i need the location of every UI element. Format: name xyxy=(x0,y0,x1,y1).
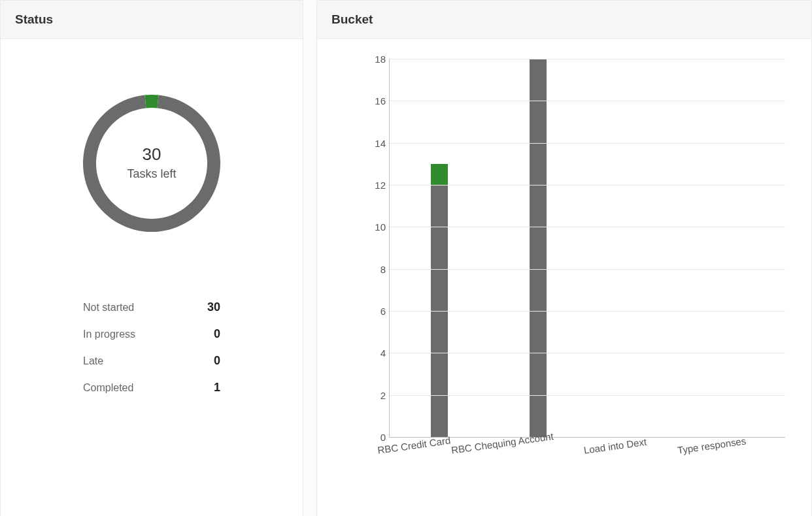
bucket-bar-chart: RBC Credit CardRBC Chequing AccountLoad … xyxy=(343,52,792,483)
status-row-label: Not started xyxy=(83,302,134,314)
status-row-label: In progress xyxy=(83,329,135,340)
x-tick-label: Load into Dext xyxy=(583,436,647,456)
status-row-value: 1 xyxy=(201,381,220,395)
status-row-completed: Completed 1 xyxy=(83,374,220,401)
status-row-late: Late 0 xyxy=(83,347,220,374)
bar-slot: Type responses xyxy=(686,59,785,437)
bar-segment xyxy=(530,59,547,437)
status-row-label: Late xyxy=(83,355,103,367)
status-row-in-progress: In progress 0 xyxy=(83,321,220,347)
bar-slot: Load into Dext xyxy=(588,59,686,437)
status-row-not-started: Not started 30 xyxy=(83,294,220,321)
gridline xyxy=(390,311,785,312)
bar-segment xyxy=(431,164,448,185)
bucket-card: Bucket RBC Credit CardRBC Chequing Accou… xyxy=(316,0,812,516)
gridline xyxy=(390,227,785,227)
y-tick-label: 8 xyxy=(364,263,386,274)
gridline xyxy=(390,353,785,353)
gridline xyxy=(390,395,785,396)
y-tick-label: 6 xyxy=(364,306,386,317)
bar-stack xyxy=(431,59,448,437)
status-row-value: 0 xyxy=(201,354,220,368)
gridline xyxy=(390,101,785,101)
bucket-bars-layer: RBC Credit CardRBC Chequing AccountLoad … xyxy=(390,59,785,437)
status-donut-chart: 30 Tasks left xyxy=(73,85,230,242)
status-row-value: 0 xyxy=(201,327,220,341)
gridline xyxy=(390,143,785,144)
y-tick-label: 0 xyxy=(364,432,386,443)
status-title: Status xyxy=(1,1,303,39)
y-tick-label: 12 xyxy=(364,180,386,191)
status-row-label: Completed xyxy=(83,382,133,394)
bar-stack xyxy=(628,59,645,437)
bucket-plot-area: RBC Credit CardRBC Chequing AccountLoad … xyxy=(389,59,785,438)
donut-center-label: Tasks left xyxy=(127,167,176,180)
y-tick-label: 18 xyxy=(364,54,386,65)
y-tick-label: 2 xyxy=(364,389,386,400)
bar-slot: RBC Chequing Account xyxy=(488,59,587,437)
status-row-value: 30 xyxy=(201,300,220,314)
status-breakdown-table: Not started 30 In progress 0 Late 0 Comp… xyxy=(83,294,220,401)
bar-stack xyxy=(727,59,744,437)
status-body: 30 Tasks left Not started 30 In progress… xyxy=(1,39,303,401)
gridline xyxy=(390,185,785,185)
y-tick-label: 4 xyxy=(364,347,386,359)
donut-center-value: 30 xyxy=(143,144,161,164)
donut-slice-completed xyxy=(144,95,158,108)
y-tick-label: 14 xyxy=(364,137,386,148)
gridline xyxy=(390,269,785,270)
bar-slot: RBC Credit Card xyxy=(390,59,488,437)
status-card: Status 30 Tasks left Not started 30 In p… xyxy=(0,0,303,516)
y-tick-label: 10 xyxy=(364,221,386,233)
x-tick-label: Type responses xyxy=(677,435,747,456)
bucket-title: Bucket xyxy=(317,1,811,39)
bar-stack xyxy=(530,59,547,437)
gridline xyxy=(390,59,785,59)
y-tick-label: 16 xyxy=(364,95,386,106)
x-tick-label: RBC Credit Card xyxy=(377,434,451,455)
